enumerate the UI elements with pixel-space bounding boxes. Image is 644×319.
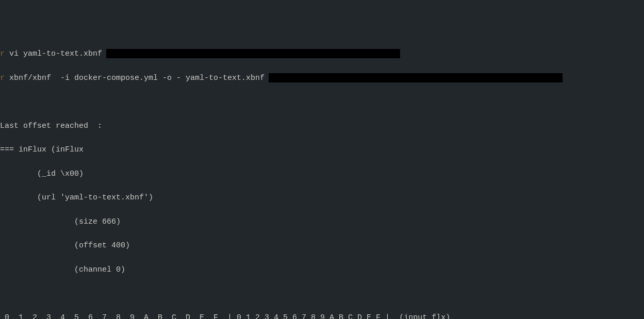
redacted-block-2 <box>269 73 563 82</box>
command-line-1: r vi yaml-to-text.xbnf <box>0 48 644 60</box>
redacted-block-1 <box>106 49 400 58</box>
last-offset-header: Last offset reached : <box>0 120 644 132</box>
hex-header: 0 1 2 3 4 5 6 7 8 9 A B C D E F | 0 1 2 … <box>0 312 644 320</box>
prompt-char-1: r <box>0 49 5 58</box>
command-1-text: vi yaml-to-text.xbnf <box>5 49 102 58</box>
prompt-char-2: r <box>0 74 5 82</box>
influx-id: (_id \x00) <box>0 168 644 180</box>
influx-channel: (channel 0) <box>0 264 644 276</box>
influx-offset: (offset 400) <box>0 240 644 251</box>
command-line-2: r xbnf/xbnf -i docker-compose.yml -o - y… <box>0 72 644 84</box>
blank-line <box>0 288 644 299</box>
influx-url: (url 'yaml-to-text.xbnf') <box>0 192 644 204</box>
influx-size: (size 666) <box>0 216 644 228</box>
influx-start: === inFlux (inFlux <box>0 144 644 156</box>
command-2-text: xbnf/xbnf -i docker-compose.yml -o - yam… <box>5 74 265 82</box>
blank-line <box>0 96 644 108</box>
